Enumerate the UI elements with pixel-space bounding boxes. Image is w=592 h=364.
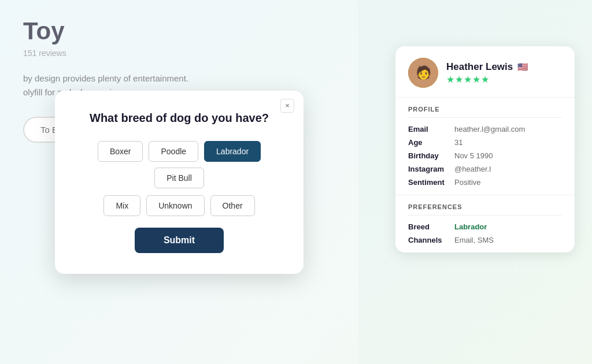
email-val: heather.l@gmail.com (454, 125, 525, 133)
profile-sentiment-row: Sentiment Positive (408, 178, 562, 187)
breed-pitbull[interactable]: Pit Bull (154, 168, 204, 188)
profile-age-row: Age 31 (408, 138, 562, 147)
breed-unknown[interactable]: Unknown (146, 195, 204, 216)
channels-val: Email, SMS (454, 236, 494, 244)
profile-section-label: PROFILE (408, 106, 562, 118)
preference-channels-row: Channels Email, SMS (408, 236, 562, 244)
breed-key: Breed (408, 222, 454, 231)
modal-title: What breed of dog do you have? (78, 112, 280, 125)
breed-mix[interactable]: Mix (103, 195, 140, 216)
birthday-key: Birthday (408, 151, 454, 160)
profile-header: 🧑 Heather Lewis 🇺🇸 ★★★★★ (395, 46, 575, 98)
sentiment-val: Positive (454, 178, 481, 187)
profile-name-block: Heather Lewis 🇺🇸 ★★★★★ (446, 61, 528, 85)
sentiment-key: Sentiment (408, 178, 454, 187)
breed-labrador[interactable]: Labrador (204, 141, 261, 162)
profile-name: Heather Lewis (446, 61, 513, 73)
breed-poodle[interactable]: Poodle (149, 141, 198, 162)
breed-modal: × What breed of dog do you have? Boxer P… (55, 91, 304, 274)
modal-overlay: × What breed of dog do you have? Boxer P… (0, 0, 358, 364)
birthday-val: Nov 5 1990 (454, 151, 493, 160)
channels-key: Channels (408, 236, 454, 244)
profile-stars: ★★★★★ (446, 74, 528, 85)
profile-instagram-row: Instagram @heather.l (408, 165, 562, 173)
profile-name-row: Heather Lewis 🇺🇸 (446, 61, 528, 73)
age-val: 31 (454, 138, 462, 147)
profile-birthday-row: Birthday Nov 5 1990 (408, 151, 562, 160)
avatar-image: 🧑 (408, 58, 438, 88)
profile-flag: 🇺🇸 (517, 62, 528, 72)
breed-boxer[interactable]: Boxer (98, 141, 143, 162)
breed-options-row2: Mix Unknown Other (78, 195, 280, 216)
modal-close-button[interactable]: × (280, 99, 294, 113)
preference-breed-row: Breed Labrador (408, 222, 562, 231)
email-key: Email (408, 125, 454, 133)
submit-button[interactable]: Submit (135, 228, 224, 253)
breed-options-row1: Boxer Poodle Labrador Pit Bull (78, 141, 280, 188)
avatar: 🧑 (408, 58, 438, 88)
breed-other[interactable]: Other (210, 195, 255, 216)
preferences-section-label: PREFERENCES (408, 203, 562, 216)
profile-card: 🧑 Heather Lewis 🇺🇸 ★★★★★ PROFILE Email h… (395, 46, 575, 252)
profile-section: PROFILE Email heather.l@gmail.com Age 31… (395, 98, 575, 195)
breed-val: Labrador (454, 222, 487, 231)
instagram-val: @heather.l (454, 165, 491, 173)
age-key: Age (408, 138, 454, 147)
preferences-section: PREFERENCES Breed Labrador Channels Emai… (395, 195, 575, 252)
instagram-key: Instagram (408, 165, 454, 173)
profile-email-row: Email heather.l@gmail.com (408, 125, 562, 133)
